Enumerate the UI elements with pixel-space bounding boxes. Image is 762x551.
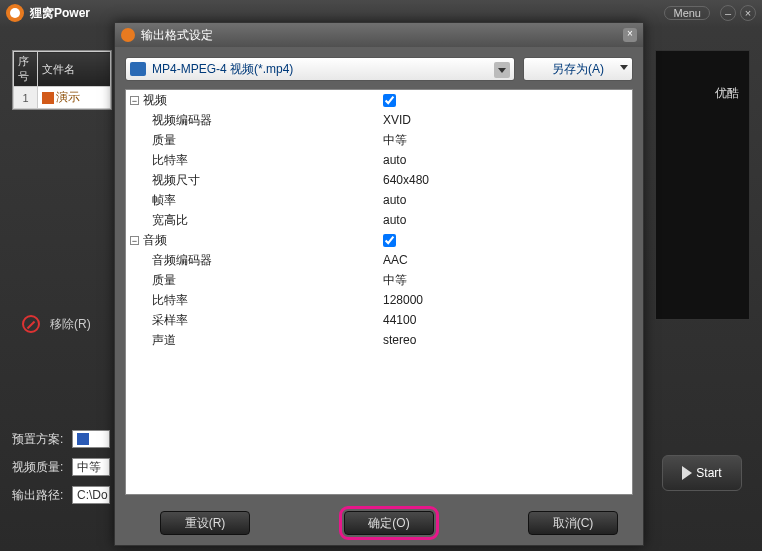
format-combo[interactable]: MP4-MPEG-4 视频(*.mp4) [125, 57, 515, 81]
setting-label: 比特率 [126, 150, 379, 170]
app-logo-icon [6, 4, 24, 22]
preset-combo[interactable] [72, 430, 110, 448]
dialog-titlebar: 输出格式设定 × [115, 23, 643, 47]
file-table: 序号 文件名 1 演示 [12, 50, 112, 110]
file-cell: 演示 [38, 87, 111, 109]
chevron-down-icon [620, 65, 628, 70]
preview-brand-label: 优酷 [715, 85, 739, 319]
setting-value: 44100 [379, 310, 632, 330]
setting-value: auto [379, 190, 632, 210]
setting-row[interactable]: 采样率44100 [126, 310, 632, 330]
setting-row[interactable]: 音频编码器AAC [126, 250, 632, 270]
dialog-title: 输出格式设定 [141, 27, 213, 44]
setting-label: 比特率 [126, 290, 379, 310]
save-as-button[interactable]: 另存为(A) [523, 57, 633, 81]
output-path-label: 输出路径: [12, 487, 72, 504]
setting-label: 视频编码器 [126, 110, 379, 130]
dialog-close-button[interactable]: × [623, 28, 637, 42]
play-icon [682, 466, 692, 480]
setting-row[interactable]: 质量中等 [126, 130, 632, 150]
video-format-icon [130, 62, 146, 76]
setting-value: XVID [379, 110, 632, 130]
setting-label: 声道 [126, 330, 379, 350]
setting-value: 640x480 [379, 170, 632, 190]
video-quality-combo[interactable]: 中等 [72, 458, 110, 476]
remove-button[interactable]: 移除(R) [12, 315, 91, 333]
setting-label: 宽高比 [126, 210, 379, 230]
setting-value: 中等 [379, 130, 632, 150]
setting-label: 采样率 [126, 310, 379, 330]
settings-panel: 预置方案: 视频质量: 中等 输出路径: C:\Do [12, 430, 110, 514]
setting-row[interactable]: 视频尺寸640x480 [126, 170, 632, 190]
start-label: Start [696, 466, 721, 480]
reset-button[interactable]: 重设(R) [160, 511, 250, 535]
remove-label: 移除(R) [50, 316, 91, 333]
setting-row[interactable]: 质量中等 [126, 270, 632, 290]
app-title: 狸窝Power [30, 5, 664, 22]
setting-label: 音频编码器 [126, 250, 379, 270]
format-icon [77, 433, 89, 445]
setting-value: 中等 [379, 270, 632, 290]
no-entry-icon [22, 315, 40, 333]
row-num: 1 [14, 87, 38, 109]
save-as-label: 另存为(A) [552, 61, 604, 78]
output-path-field[interactable]: C:\Do [72, 486, 110, 504]
setting-value: AAC [379, 250, 632, 270]
setting-row[interactable]: 比特率auto [126, 150, 632, 170]
setting-row[interactable]: 声道stereo [126, 330, 632, 350]
setting-label: 质量 [126, 270, 379, 290]
minimize-button[interactable]: – [720, 5, 736, 21]
start-button[interactable]: Start [662, 455, 742, 491]
preview-area: 优酷 [655, 50, 750, 320]
setting-label: 帧率 [126, 190, 379, 210]
setting-value: stereo [379, 330, 632, 350]
cancel-button[interactable]: 取消(C) [528, 511, 618, 535]
col-name: 文件名 [38, 52, 111, 87]
video-quality-label: 视频质量: [12, 459, 72, 476]
ok-button[interactable]: 确定(O) [344, 511, 434, 535]
chevron-down-icon [494, 62, 510, 78]
settings-grid: −视频视频编码器XVID质量中等比特率auto视频尺寸640x480帧率auto… [125, 89, 633, 495]
setting-row[interactable]: 帧率auto [126, 190, 632, 210]
preset-label: 预置方案: [12, 431, 72, 448]
setting-value: auto [379, 150, 632, 170]
setting-label: 视频尺寸 [126, 170, 379, 190]
group-audio-label: 音频 [143, 233, 167, 247]
tree-toggle-icon[interactable]: − [130, 236, 139, 245]
tree-toggle-icon[interactable]: − [130, 96, 139, 105]
setting-label: 质量 [126, 130, 379, 150]
setting-row[interactable]: 宽高比auto [126, 210, 632, 230]
setting-value: 128000 [379, 290, 632, 310]
group-video-check[interactable] [383, 94, 396, 107]
format-combo-value: MP4-MPEG-4 视频(*.mp4) [152, 61, 293, 78]
setting-value: auto [379, 210, 632, 230]
col-num: 序号 [14, 52, 38, 87]
setting-row[interactable]: 视频编码器XVID [126, 110, 632, 130]
close-button[interactable]: × [740, 5, 756, 21]
setting-row[interactable]: 比特率128000 [126, 290, 632, 310]
output-format-dialog: 输出格式设定 × MP4-MPEG-4 视频(*.mp4) 另存为(A) −视频… [114, 22, 644, 546]
menu-button[interactable]: Menu [664, 6, 710, 20]
ppt-icon [42, 92, 54, 104]
gear-icon [121, 28, 135, 42]
table-row[interactable]: 1 演示 [14, 87, 111, 109]
group-video-label: 视频 [143, 93, 167, 107]
group-audio-check[interactable] [383, 234, 396, 247]
